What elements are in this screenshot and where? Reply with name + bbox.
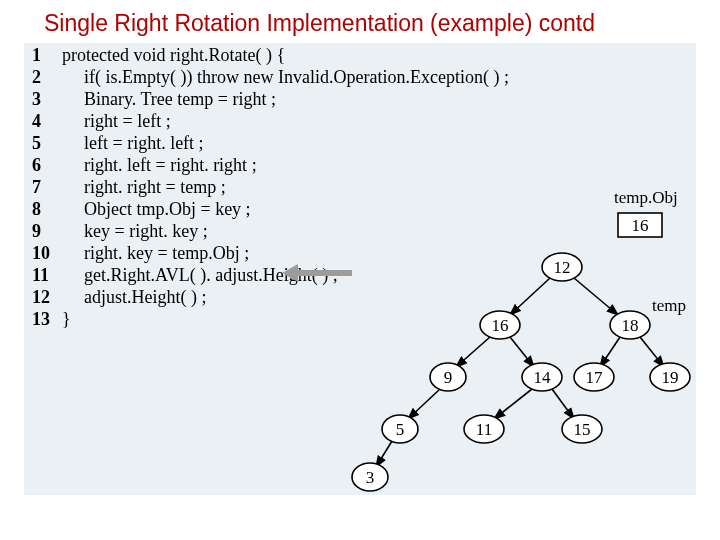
code-text: Binary. Tree temp = right ; [84, 89, 276, 109]
node-value: 9 [444, 368, 453, 387]
line-number: 11 [32, 265, 60, 286]
line-number: 2 [32, 67, 60, 88]
code-text: adjust.Height( ) ; [84, 287, 206, 307]
line-number: 3 [32, 89, 60, 110]
svg-line-6 [408, 389, 440, 419]
label-tempobj: temp.Obj [614, 188, 678, 207]
line-number: 9 [32, 221, 60, 242]
code-text: } [62, 309, 71, 329]
node-value: 11 [476, 420, 492, 439]
line-number: 12 [32, 287, 60, 308]
node-value: 3 [366, 468, 375, 487]
code-text: key = right. key ; [84, 221, 208, 241]
node-value: 18 [622, 316, 639, 335]
line-number: 6 [32, 155, 60, 176]
svg-line-9 [376, 441, 392, 467]
svg-line-5 [640, 337, 664, 367]
node-value: 14 [534, 368, 552, 387]
node-value: 15 [574, 420, 591, 439]
label-temp: temp [652, 296, 686, 315]
line-number: 1 [32, 45, 60, 66]
svg-line-3 [510, 337, 534, 367]
line-number: 7 [32, 177, 60, 198]
code-panel: 1protected void right.Rotate( ) { 2if( i… [24, 43, 696, 495]
code-text: right. right = temp ; [84, 177, 226, 197]
svg-line-1 [574, 278, 618, 315]
node-value: 16 [492, 316, 509, 335]
svg-line-7 [494, 389, 532, 419]
node-value: 16 [632, 216, 649, 235]
node-value: 5 [396, 420, 405, 439]
line-number: 8 [32, 199, 60, 220]
code-text: right = left ; [84, 111, 171, 131]
svg-line-8 [552, 389, 574, 419]
node-value: 12 [554, 258, 571, 277]
line-number: 5 [32, 133, 60, 154]
svg-line-4 [600, 337, 620, 367]
svg-line-2 [456, 337, 490, 367]
tree-diagram: temp.Obj temp 16 12 16 18 9 14 17 19 [332, 165, 692, 495]
code-text: right. key = temp.Obj ; [84, 243, 249, 263]
svg-line-0 [510, 278, 550, 315]
code-text: if( is.Empty( )) throw new Invalid.Opera… [84, 67, 509, 87]
code-text: right. left = right. right ; [84, 155, 257, 175]
code-text: left = right. left ; [84, 133, 204, 153]
node-value: 17 [586, 368, 604, 387]
line-number: 10 [32, 243, 60, 264]
code-text: protected void right.Rotate( ) { [62, 45, 285, 65]
line-number: 13 [32, 309, 60, 330]
line-number: 4 [32, 111, 60, 132]
page-title: Single Right Rotation Implementation (ex… [0, 0, 720, 43]
code-text: Object tmp.Obj = key ; [84, 199, 251, 219]
node-value: 19 [662, 368, 679, 387]
